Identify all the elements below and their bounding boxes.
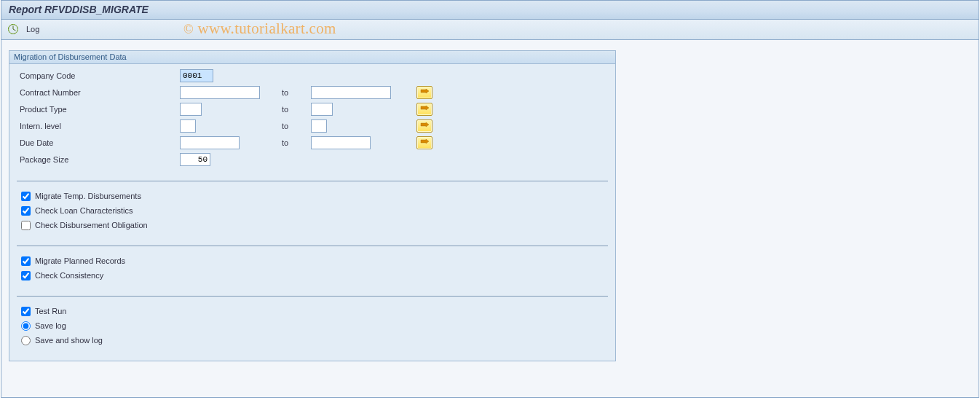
separator bbox=[17, 246, 608, 246]
migrate-temp-label: Migrate Temp. Disbursements bbox=[35, 192, 141, 200]
save-log-label: Save log bbox=[35, 321, 66, 330]
check-obligation-label: Check Disbursement Obligation bbox=[35, 221, 148, 229]
company-code-label: Company Code bbox=[17, 67, 177, 84]
migrate-temp-checkbox[interactable] bbox=[21, 192, 31, 201]
watermark: © www.tutorialkart.com bbox=[183, 20, 336, 38]
multiple-selection-button[interactable] bbox=[416, 86, 432, 99]
package-size-input[interactable] bbox=[180, 153, 210, 166]
multiple-selection-button[interactable] bbox=[416, 103, 432, 116]
to-label: to bbox=[279, 101, 308, 117]
toolbar: Log © www.tutorialkart.com bbox=[1, 20, 979, 40]
page-title: Report RFVDDISB_MIGRATE bbox=[9, 4, 149, 15]
check-loan-checkbox[interactable] bbox=[21, 206, 31, 216]
check-loan-label: Check Loan Characteristics bbox=[35, 206, 133, 215]
save-show-log-radio[interactable] bbox=[21, 336, 31, 345]
product-type-label: Product Type bbox=[17, 101, 177, 117]
contract-number-from-input[interactable] bbox=[180, 86, 260, 99]
migrate-planned-label: Migrate Planned Records bbox=[35, 256, 125, 265]
separator bbox=[17, 296, 608, 297]
execute-icon[interactable] bbox=[7, 23, 19, 35]
contract-number-label: Contract Number bbox=[17, 84, 177, 101]
test-run-checkbox[interactable] bbox=[21, 307, 31, 316]
app-window: Report RFVDDISB_MIGRATE Log © www.tutori… bbox=[1, 0, 979, 398]
intern-level-label: Intern. level bbox=[17, 117, 177, 134]
contract-number-to-input[interactable] bbox=[311, 86, 391, 99]
check-consistency-checkbox[interactable] bbox=[21, 271, 31, 280]
intern-level-to-input[interactable] bbox=[311, 119, 327, 133]
due-date-to-input[interactable] bbox=[311, 136, 371, 149]
to-label: to bbox=[279, 84, 308, 101]
package-size-label: Package Size bbox=[17, 151, 177, 168]
to-label: to bbox=[279, 134, 308, 151]
save-log-radio[interactable] bbox=[21, 321, 31, 331]
check-consistency-label: Check Consistency bbox=[35, 271, 103, 280]
product-type-from-input[interactable] bbox=[180, 103, 202, 116]
to-label: to bbox=[279, 117, 308, 134]
content-area: Migration of Disbursement Data Company C… bbox=[1, 40, 979, 397]
check-obligation-checkbox[interactable] bbox=[21, 221, 31, 230]
selection-table: Company Code Contract Number to bbox=[17, 67, 439, 168]
multiple-selection-button[interactable] bbox=[416, 119, 432, 133]
due-date-label: Due Date bbox=[17, 134, 177, 151]
multiple-selection-button[interactable] bbox=[416, 136, 432, 149]
due-date-from-input[interactable] bbox=[180, 136, 240, 149]
separator bbox=[17, 181, 608, 181]
intern-level-from-input[interactable] bbox=[180, 119, 196, 133]
product-type-to-input[interactable] bbox=[311, 103, 333, 116]
svg-line-3 bbox=[13, 29, 16, 31]
title-bar: Report RFVDDISB_MIGRATE bbox=[1, 1, 979, 20]
log-button[interactable]: Log bbox=[23, 24, 42, 34]
migrate-planned-checkbox[interactable] bbox=[21, 256, 31, 266]
selection-group: Migration of Disbursement Data Company C… bbox=[9, 50, 616, 361]
save-show-log-label: Save and show log bbox=[35, 336, 103, 345]
test-run-label: Test Run bbox=[35, 307, 66, 315]
company-code-input[interactable] bbox=[180, 69, 213, 82]
group-title: Migration of Disbursement Data bbox=[9, 50, 616, 64]
